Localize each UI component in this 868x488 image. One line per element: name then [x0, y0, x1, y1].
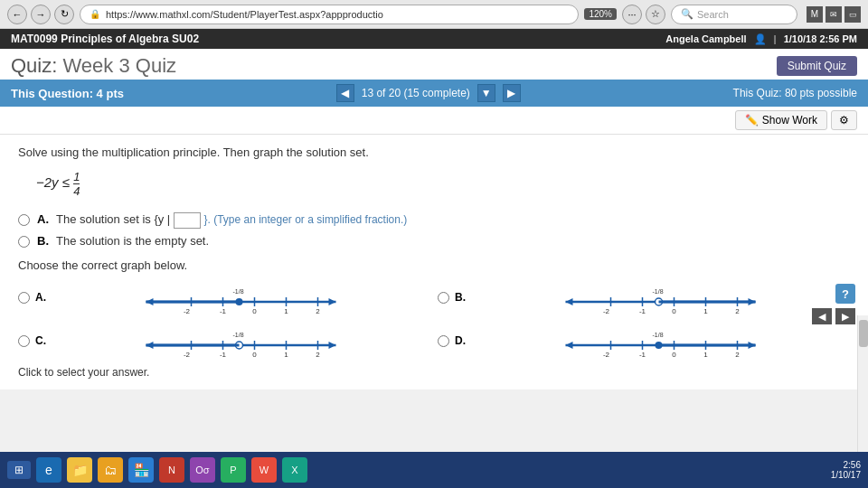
graph-c-svg: -2 -1 0 1 2 -1/8 — [52, 323, 430, 359]
svg-text:1: 1 — [703, 307, 708, 315]
graphs-grid: A. — [18, 279, 850, 359]
window-btn[interactable]: M — [807, 6, 823, 23]
clock-time: 2:56 — [831, 460, 861, 470]
window-btn3[interactable]: ▭ — [844, 6, 861, 23]
svg-text:1: 1 — [284, 351, 288, 359]
math-expression: −2y ≤ 14 — [36, 170, 850, 198]
svg-text:-2: -2 — [184, 351, 191, 359]
prev-nav-button[interactable]: ◀ — [812, 308, 832, 324]
option-a-row: A. The solution set is {y | }. (Type an … — [18, 212, 850, 229]
math-text: −2y ≤ 14 — [36, 174, 80, 190]
click-instruction: Click to select your answer. — [18, 366, 850, 379]
prev-question-button[interactable]: ◀ — [336, 84, 354, 102]
browser-controls: ← → ↻ — [7, 5, 74, 24]
next-nav-button[interactable]: ▶ — [835, 308, 855, 324]
graph-label: Choose the correct graph below. — [18, 258, 850, 272]
taskbar-folder[interactable]: 🗂 — [98, 457, 123, 483]
show-work-bar: ✏️ Show Work ⚙ — [0, 107, 868, 135]
user-icon: 👤 — [754, 33, 767, 45]
app-header: MAT0099 Principles of Algebra SU02 Angel… — [0, 29, 868, 49]
answer-input[interactable] — [174, 212, 201, 229]
forward-button[interactable]: → — [31, 5, 51, 24]
graph-d-radio[interactable] — [438, 335, 449, 347]
quiz-label: Quiz: — [11, 54, 57, 77]
graph-a-radio[interactable] — [18, 292, 30, 304]
taskbar-store[interactable]: 🏪 — [128, 457, 154, 483]
graph-a-line: -2 -1 0 1 2 -1/8 — [52, 279, 430, 315]
graph-a-svg: -2 -1 0 1 2 -1/8 — [52, 279, 430, 315]
quiz-title: Quiz: Week 3 Quiz — [11, 54, 176, 78]
bookmark-button[interactable]: ☆ — [646, 5, 665, 24]
show-work-button[interactable]: ✏️ Show Work — [735, 110, 827, 130]
graph-b: B. -2 -1 0 — [438, 279, 850, 315]
taskbar-app5[interactable]: X — [282, 457, 307, 483]
scroll-thumb[interactable] — [859, 320, 868, 347]
option-a-radio[interactable] — [18, 214, 30, 226]
svg-text:0: 0 — [252, 307, 257, 315]
svg-text:2: 2 — [735, 307, 740, 315]
taskbar-app2[interactable]: Oσ — [190, 457, 215, 483]
svg-marker-33 — [329, 342, 336, 349]
taskbar-edge[interactable]: e — [36, 457, 61, 483]
svg-text:-1/8: -1/8 — [652, 288, 663, 295]
windows-icon: ⊞ — [14, 464, 24, 476]
option-a-text: The solution set is {y | }. (Type an int… — [56, 212, 407, 229]
graph-d: D. -2 -1 0 — [438, 323, 850, 359]
graph-c: C. -2 -1 0 — [18, 323, 430, 359]
taskbar-app3[interactable]: P — [221, 457, 246, 483]
dropdown-button[interactable]: ▼ — [477, 84, 495, 102]
taskbar: ⊞ e 📁 🗂 🏪 N Oσ P W X 2:56 1/10/17 — [0, 452, 868, 488]
clock-date: 1/10/17 — [831, 470, 861, 480]
quiz-title-row: Quiz: Week 3 Quiz Submit Quiz — [0, 49, 868, 80]
svg-text:1: 1 — [284, 307, 288, 315]
svg-text:-2: -2 — [603, 351, 610, 359]
taskbar-app4[interactable]: W — [251, 457, 277, 483]
svg-text:0: 0 — [672, 307, 676, 315]
graph-c-label: C. — [35, 334, 46, 347]
svg-text:-1: -1 — [639, 307, 646, 315]
quiz-name: Week 3 Quiz — [62, 54, 176, 77]
graph-c-line: -2 -1 0 1 2 -1/8 — [52, 323, 430, 359]
graph-b-label: B. — [455, 291, 466, 304]
taskbar-app1[interactable]: N — [159, 457, 184, 483]
option-b-row: B. The solution is the empty set. — [18, 234, 850, 248]
more-button[interactable]: ··· — [622, 5, 642, 24]
user-name: Angela Campbell — [665, 33, 746, 44]
svg-text:-1: -1 — [639, 351, 646, 359]
taskbar-file[interactable]: 📁 — [67, 457, 92, 483]
start-button[interactable]: ⊞ — [7, 461, 31, 479]
svg-marker-50 — [566, 342, 573, 349]
svg-text:-1/8: -1/8 — [232, 332, 243, 338]
submit-quiz-button[interactable]: Submit Quiz — [777, 56, 857, 76]
datetime: 1/10/18 2:56 PM — [784, 33, 857, 44]
show-work-label: Show Work — [762, 114, 817, 127]
settings-button[interactable]: ⚙ — [831, 110, 857, 130]
zoom-badge: 120% — [584, 8, 617, 20]
help-button[interactable]: ? — [835, 284, 855, 304]
browser-bar: ← → ↻ 🔒 https://www.mathxl.com/Student/P… — [0, 0, 868, 29]
user-info: Angela Campbell 👤 | 1/10/18 2:56 PM — [665, 33, 857, 45]
window-btn2[interactable]: ✉ — [826, 6, 842, 23]
option-b-radio[interactable] — [18, 236, 30, 248]
question-pts: This Question: 4 pts — [11, 87, 124, 100]
pencil-icon: ✏️ — [745, 114, 759, 127]
quiz-pts: This Quiz: 80 pts possible — [733, 87, 857, 99]
address-bar[interactable]: 🔒 https://www.mathxl.com/Student/PlayerT… — [80, 5, 579, 24]
answer-options: A. The solution set is {y | }. (Type an … — [18, 212, 850, 248]
url-text: https://www.mathxl.com/Student/PlayerTes… — [106, 9, 383, 20]
search-box[interactable]: 🔍 Search — [671, 5, 797, 24]
search-placeholder: Search — [697, 9, 729, 20]
graph-c-radio[interactable] — [18, 335, 30, 347]
option-a-label: A. — [37, 212, 49, 226]
page-wrapper: ← → ↻ 🔒 https://www.mathxl.com/Student/P… — [0, 0, 868, 488]
next-question-button[interactable]: ▶ — [503, 84, 521, 102]
question-instruction: Solve using the multiplication principle… — [18, 145, 850, 159]
back-button[interactable]: ← — [7, 5, 27, 24]
graph-a: A. — [18, 279, 430, 315]
refresh-button[interactable]: ↻ — [54, 5, 74, 24]
svg-text:2: 2 — [316, 307, 320, 315]
graph-b-radio[interactable] — [438, 292, 449, 304]
taskbar-clock: 2:56 1/10/17 — [831, 460, 861, 480]
svg-text:-2: -2 — [603, 307, 610, 315]
svg-text:-2: -2 — [184, 307, 191, 315]
